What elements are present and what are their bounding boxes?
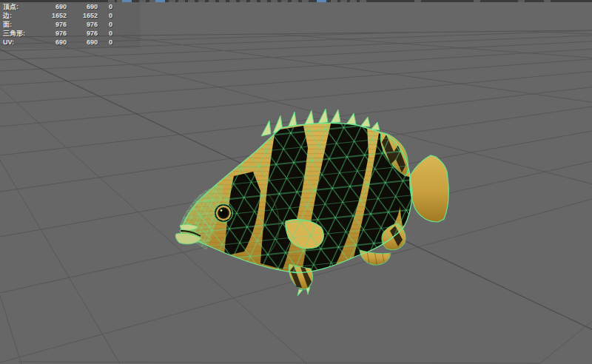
grid-line bbox=[0, 71, 592, 127]
stat-value: 976 bbox=[67, 20, 98, 29]
stat-value: 690 bbox=[67, 2, 98, 11]
stat-value: 1652 bbox=[67, 11, 98, 20]
toolbar-icon[interactable] bbox=[544, 0, 551, 2]
stat-label: UV: bbox=[0, 38, 36, 47]
stat-value: 0 bbox=[98, 2, 112, 11]
toolbar-icon[interactable] bbox=[414, 0, 421, 2]
stat-label: 面: bbox=[0, 20, 36, 29]
toolbar-icon[interactable] bbox=[240, 0, 246, 2]
stat-label: 边: bbox=[0, 11, 36, 20]
toolbar-icon[interactable] bbox=[260, 0, 267, 2]
stat-value: 690 bbox=[36, 2, 67, 11]
fish-eye bbox=[215, 204, 233, 223]
stat-value: 0 bbox=[98, 29, 112, 38]
stat-label: 三角形: bbox=[0, 29, 36, 38]
stat-label: 顶点: bbox=[0, 2, 36, 11]
stat-value: 0 bbox=[98, 38, 112, 47]
toolbar-icon[interactable] bbox=[250, 0, 257, 2]
toolbar-icon[interactable] bbox=[292, 0, 298, 2]
stats-row: 面: 976 976 0 bbox=[0, 20, 141, 29]
stat-value: 1652 bbox=[36, 11, 67, 20]
toolbar-icon[interactable] bbox=[360, 0, 366, 2]
toolbar-icon[interactable] bbox=[281, 0, 288, 2]
fish-mouth bbox=[175, 224, 201, 244]
grid-line bbox=[18, 362, 540, 363]
toolbar-icon[interactable] bbox=[350, 0, 357, 2]
toolbar-icon[interactable] bbox=[209, 0, 215, 2]
toolbar-icon[interactable] bbox=[198, 0, 205, 2]
stat-value: 690 bbox=[67, 38, 98, 47]
stat-value: 0 bbox=[98, 20, 112, 29]
stat-value: 0 bbox=[98, 11, 112, 20]
stats-row: 边: 1652 1652 0 bbox=[0, 11, 141, 20]
3d-viewport[interactable]: 顶点: 690 690 0 边: 1652 1652 0 面: 976 976 … bbox=[0, 0, 592, 364]
stat-value: 976 bbox=[36, 29, 67, 38]
stats-row: UV: 690 690 0 bbox=[0, 38, 141, 47]
toolbar-icon[interactable] bbox=[178, 0, 185, 2]
toolbar-icon[interactable] bbox=[331, 0, 337, 2]
toolbar-active-icon[interactable] bbox=[317, 0, 326, 2]
toolbar-icon[interactable] bbox=[474, 0, 480, 2]
caudal-fin bbox=[410, 155, 448, 222]
grid-line bbox=[117, 36, 592, 103]
stat-value: 976 bbox=[36, 20, 67, 29]
toolbar-icon[interactable] bbox=[188, 0, 195, 2]
fish-model[interactable] bbox=[175, 109, 448, 296]
toolbar-icon[interactable] bbox=[229, 0, 236, 2]
toolbar-active-icon[interactable] bbox=[155, 0, 165, 2]
stats-row: 三角形: 976 976 0 bbox=[0, 29, 141, 38]
stat-value: 976 bbox=[67, 29, 98, 38]
grid-line bbox=[540, 321, 592, 363]
stats-row: 顶点: 690 690 0 bbox=[0, 2, 141, 11]
stat-value: 690 bbox=[36, 38, 67, 47]
toolbar-icon[interactable] bbox=[518, 0, 525, 2]
toolbar-icon[interactable] bbox=[340, 0, 347, 2]
toolbar-icon[interactable] bbox=[169, 0, 175, 2]
toolbar-icon[interactable] bbox=[271, 0, 278, 2]
toolbar-icon[interactable] bbox=[302, 0, 309, 2]
toolbar-icon[interactable] bbox=[219, 0, 226, 2]
mesh-statistics-panel: 顶点: 690 690 0 边: 1652 1652 0 面: 976 976 … bbox=[0, 1, 141, 48]
viewport-canvas[interactable] bbox=[0, 0, 592, 364]
